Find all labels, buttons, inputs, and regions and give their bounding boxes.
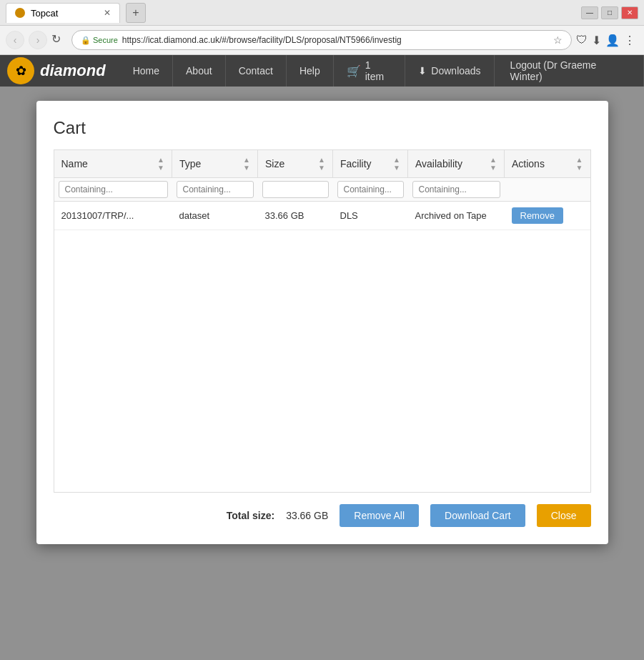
close-modal-button[interactable]: Close: [537, 504, 591, 527]
bookmark-icon[interactable]: ☆: [553, 34, 563, 46]
sort-name-icon: ▲▼: [157, 156, 164, 172]
cell-actions: Remove: [505, 202, 590, 230]
col-header-size[interactable]: Size ▲▼: [258, 150, 333, 178]
cell-availability: Archived on Tape: [408, 202, 505, 230]
refresh-button[interactable]: ↻: [51, 32, 67, 48]
nav-cart[interactable]: 🛒 1 item: [334, 55, 406, 87]
sort-facility-icon: ▲▼: [393, 156, 400, 172]
menu-icon[interactable]: ⋮: [624, 34, 635, 47]
sort-availability-icon: ▲▼: [490, 156, 497, 172]
logo-text: diamond: [40, 61, 106, 80]
nav-contact[interactable]: Contact: [226, 55, 287, 87]
logo-icon: ✿: [7, 57, 34, 84]
sort-type-icon: ▲▼: [243, 156, 250, 172]
modal-overlay: Cart: [0, 87, 644, 660]
sort-size-icon: ▲▼: [318, 156, 325, 172]
title-bar: Topcat ✕ + — □ ✕: [0, 0, 644, 26]
page-background: Cart: [0, 87, 644, 660]
sort-actions-icon: ▲▼: [576, 156, 583, 172]
extensions-icon[interactable]: 🛡: [576, 34, 588, 46]
col-header-name[interactable]: Name ▲▼: [54, 150, 172, 178]
filter-type-input[interactable]: [177, 181, 254, 198]
close-window-button[interactable]: ✕: [621, 6, 638, 19]
browser-chrome: Topcat ✕ + — □ ✕ ‹ › ↻ 🔒 Secure https://…: [0, 0, 644, 55]
maximize-button[interactable]: □: [601, 6, 618, 19]
minimize-button[interactable]: —: [581, 6, 598, 19]
address-bar: ‹ › ↻ 🔒 Secure https://icat.diamond.ac.u…: [0, 26, 644, 54]
tab-favicon-icon: [15, 8, 25, 18]
cart-table: Name ▲▼ Type ▲▼: [54, 150, 590, 230]
cell-size: 33.66 GB: [258, 202, 333, 230]
cart-icon: 🛒: [347, 64, 361, 78]
browser-tab[interactable]: Topcat ✕: [6, 3, 120, 23]
browser-toolbar-icons: 🛡 ⬇ 👤 ⋮: [576, 34, 638, 47]
download-icon[interactable]: ⬇: [592, 34, 601, 47]
col-header-facility[interactable]: Facility ▲▼: [333, 150, 408, 178]
cell-type: dataset: [172, 202, 258, 230]
url-action-icons: ☆: [553, 34, 563, 46]
col-header-actions[interactable]: Actions ▲▼: [505, 150, 590, 178]
new-tab-button[interactable]: +: [126, 3, 146, 23]
secure-indicator: 🔒 Secure: [81, 36, 118, 45]
table-filter-row: [54, 178, 590, 202]
table-header-row: Name ▲▼ Type ▲▼: [54, 150, 590, 178]
app-content: ✿ diamond Home About Contact Help 🛒 1 it…: [0, 55, 644, 660]
nav-logout[interactable]: Logout (Dr Graeme Winter): [497, 55, 644, 87]
nav-about[interactable]: About: [173, 55, 226, 87]
filter-availability-input[interactable]: [412, 181, 500, 198]
tab-title: Topcat: [31, 8, 58, 19]
url-text: https://icat.diamond.ac.uk/#/browse/faci…: [122, 35, 402, 45]
remove-row-button[interactable]: Remove: [512, 207, 563, 224]
tab-close-button[interactable]: ✕: [104, 8, 111, 18]
cell-facility: DLS: [333, 202, 408, 230]
user-icon[interactable]: 👤: [605, 34, 620, 47]
col-header-availability[interactable]: Availability ▲▼: [408, 150, 505, 178]
filter-facility-input[interactable]: [337, 181, 404, 198]
table-row: 20131007/TRP/... dataset 33.66 GB DLS Ar…: [54, 202, 590, 230]
total-size-value: 33.66 GB: [286, 510, 328, 521]
nav-home[interactable]: Home: [120, 55, 173, 87]
nav-help[interactable]: Help: [287, 55, 334, 87]
filter-size-input[interactable]: [262, 181, 329, 198]
cart-table-container: Name ▲▼ Type ▲▼: [54, 149, 591, 493]
forward-button[interactable]: ›: [29, 31, 47, 49]
col-header-type[interactable]: Type ▲▼: [172, 150, 258, 178]
nav-downloads[interactable]: ⬇ Downloads: [405, 55, 494, 87]
cell-name: 20131007/TRP/...: [54, 202, 172, 230]
remove-all-button[interactable]: Remove All: [340, 504, 419, 527]
filter-name-input[interactable]: [59, 181, 168, 198]
navbar: ✿ diamond Home About Contact Help 🛒 1 it…: [0, 55, 644, 87]
back-button[interactable]: ‹: [6, 31, 24, 49]
nav-items: Home About Contact Help 🛒 1 item ⬇ Downl…: [120, 55, 644, 87]
download-cart-button[interactable]: Download Cart: [430, 504, 525, 527]
logo-area: ✿ diamond: [7, 57, 106, 84]
modal-footer: Total size: 33.66 GB Remove All Download…: [54, 504, 591, 527]
download-nav-icon: ⬇: [418, 65, 427, 77]
modal-title: Cart: [54, 118, 591, 138]
url-bar[interactable]: 🔒 Secure https://icat.diamond.ac.uk/#/br…: [71, 30, 572, 50]
cart-modal: Cart: [36, 101, 608, 544]
window-controls: — □ ✕: [581, 6, 638, 19]
total-size-label: Total size:: [227, 510, 274, 521]
